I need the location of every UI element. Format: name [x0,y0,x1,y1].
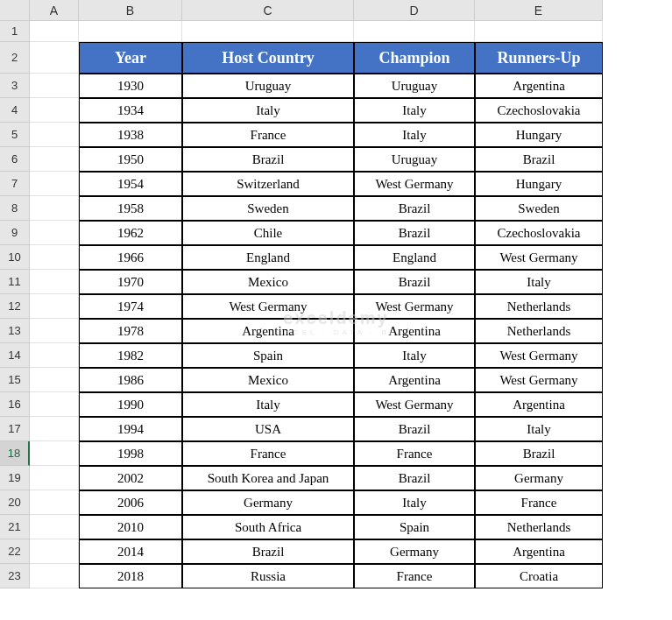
cell-E10[interactable]: West Germany [475,245,603,270]
cell-A12[interactable] [30,294,79,319]
cell-A21[interactable] [30,515,79,539]
cell-A9[interactable] [30,221,79,245]
row-header-13[interactable]: 13 [0,319,30,343]
row-header-19[interactable]: 19 [0,466,30,490]
cell-E17[interactable]: Italy [475,417,603,441]
cell-E7[interactable]: Hungary [475,172,603,196]
row-header-3[interactable]: 3 [0,74,30,98]
cell-D22[interactable]: Germany [354,539,475,564]
cell-A1[interactable] [30,21,79,42]
cell-C4[interactable]: Italy [182,98,354,123]
cell-A15[interactable] [30,368,79,392]
cell-B17[interactable]: 1994 [79,417,182,441]
cell-C10[interactable]: England [182,245,354,270]
cell-D19[interactable]: Brazil [354,466,475,490]
cell-E20[interactable]: France [475,490,603,515]
cell-A6[interactable] [30,147,79,172]
cell-A5[interactable] [30,123,79,147]
cell-D8[interactable]: Brazil [354,196,475,221]
cell-B22[interactable]: 2014 [79,539,182,564]
cell-B10[interactable]: 1966 [79,245,182,270]
cell-C13[interactable]: Argentina [182,319,354,343]
row-header-12[interactable]: 12 [0,294,30,319]
cell-C22[interactable]: Brazil [182,539,354,564]
cell-B8[interactable]: 1958 [79,196,182,221]
row-header-22[interactable]: 22 [0,539,30,564]
cell-B16[interactable]: 1990 [79,392,182,417]
cell-B20[interactable]: 2006 [79,490,182,515]
cell-E16[interactable]: Argentina [475,392,603,417]
cell-D20[interactable]: Italy [354,490,475,515]
cell-C9[interactable]: Chile [182,221,354,245]
cell-A17[interactable] [30,417,79,441]
cell-D1[interactable] [354,21,475,42]
cell-C8[interactable]: Sweden [182,196,354,221]
column-header-C[interactable]: C [182,0,354,21]
cell-A3[interactable] [30,74,79,98]
row-header-5[interactable]: 5 [0,123,30,147]
row-header-14[interactable]: 14 [0,343,30,368]
cell-D4[interactable]: Italy [354,98,475,123]
cell-B14[interactable]: 1982 [79,343,182,368]
row-header-18[interactable]: 18 [0,441,30,466]
cell-E19[interactable]: Germany [475,466,603,490]
cell-B12[interactable]: 1974 [79,294,182,319]
cell-B11[interactable]: 1970 [79,270,182,294]
cell-C3[interactable]: Uruguay [182,74,354,98]
cell-B21[interactable]: 2010 [79,515,182,539]
cell-E6[interactable]: Brazil [475,147,603,172]
cell-E13[interactable]: Netherlands [475,319,603,343]
cell-D9[interactable]: Brazil [354,221,475,245]
cell-A7[interactable] [30,172,79,196]
row-header-23[interactable]: 23 [0,564,30,588]
cell-D18[interactable]: France [354,441,475,466]
column-header-E[interactable]: E [475,0,603,21]
cell-B15[interactable]: 1986 [79,368,182,392]
row-header-17[interactable]: 17 [0,417,30,441]
row-header-6[interactable]: 6 [0,147,30,172]
cell-C21[interactable]: South Africa [182,515,354,539]
cell-B5[interactable]: 1938 [79,123,182,147]
cell-B18[interactable]: 1998 [79,441,182,466]
cell-A13[interactable] [30,319,79,343]
cell-E14[interactable]: West Germany [475,343,603,368]
cell-E12[interactable]: Netherlands [475,294,603,319]
cell-C19[interactable]: South Korea and Japan [182,466,354,490]
cell-D16[interactable]: West Germany [354,392,475,417]
cell-E2[interactable]: Runners-Up [475,42,603,74]
row-header-21[interactable]: 21 [0,515,30,539]
cell-E23[interactable]: Croatia [475,564,603,588]
cell-A19[interactable] [30,466,79,490]
cell-C17[interactable]: USA [182,417,354,441]
cell-A16[interactable] [30,392,79,417]
row-header-7[interactable]: 7 [0,172,30,196]
row-header-11[interactable]: 11 [0,270,30,294]
cell-B3[interactable]: 1930 [79,74,182,98]
cell-C7[interactable]: Switzerland [182,172,354,196]
cell-D14[interactable]: Italy [354,343,475,368]
cell-C14[interactable]: Spain [182,343,354,368]
row-header-20[interactable]: 20 [0,490,30,515]
cell-C20[interactable]: Germany [182,490,354,515]
cell-D3[interactable]: Uruguay [354,74,475,98]
cell-D23[interactable]: France [354,564,475,588]
cell-B6[interactable]: 1950 [79,147,182,172]
cell-D17[interactable]: Brazil [354,417,475,441]
cell-D13[interactable]: Argentina [354,319,475,343]
cell-C2[interactable]: Host Country [182,42,354,74]
cell-B1[interactable] [79,21,182,42]
cell-D7[interactable]: West Germany [354,172,475,196]
cell-C18[interactable]: France [182,441,354,466]
cell-B23[interactable]: 2018 [79,564,182,588]
cell-A4[interactable] [30,98,79,123]
cell-A22[interactable] [30,539,79,564]
cell-D5[interactable]: Italy [354,123,475,147]
row-header-2[interactable]: 2 [0,42,30,74]
cell-E9[interactable]: Czechoslovakia [475,221,603,245]
cell-E5[interactable]: Hungary [475,123,603,147]
cell-D15[interactable]: Argentina [354,368,475,392]
cell-E4[interactable]: Czechoslovakia [475,98,603,123]
cell-B19[interactable]: 2002 [79,466,182,490]
cell-E3[interactable]: Argentina [475,74,603,98]
cell-E8[interactable]: Sweden [475,196,603,221]
